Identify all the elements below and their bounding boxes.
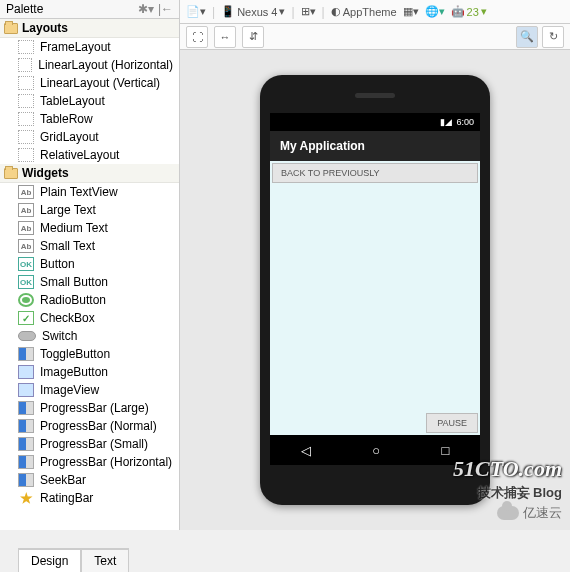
palette-item-label: ImageButton bbox=[40, 365, 108, 379]
check-icon bbox=[18, 311, 34, 325]
palette-items: LayoutsFrameLayoutLinearLayout (Horizont… bbox=[0, 19, 179, 530]
palette-item[interactable]: ToggleButton bbox=[0, 345, 179, 363]
palette-item[interactable]: ImageButton bbox=[0, 363, 179, 381]
tab-design[interactable]: Design bbox=[18, 549, 81, 572]
palette-item-label: ProgressBar (Small) bbox=[40, 437, 148, 451]
folder-icon bbox=[4, 168, 18, 179]
zoom-icon[interactable]: 🔍 bbox=[516, 26, 538, 48]
fullscreen-icon[interactable]: ⛶ bbox=[186, 26, 208, 48]
palette-item-label: ProgressBar (Large) bbox=[40, 401, 149, 415]
palette-item-label: GridLayout bbox=[40, 130, 99, 144]
palette-item[interactable]: OKSmall Button bbox=[0, 273, 179, 291]
palette-item[interactable]: FrameLayout bbox=[0, 38, 179, 56]
radio-icon bbox=[18, 293, 34, 307]
palette-item[interactable]: ★RatingBar bbox=[0, 489, 179, 507]
palette-item-label: SeekBar bbox=[40, 473, 86, 487]
device-screen: ▮◢ 6:00 My Application BACK TO PREVIOUSL… bbox=[270, 113, 480, 465]
palette-item-label: CheckBox bbox=[40, 311, 95, 325]
palette-item-label: Large Text bbox=[40, 203, 96, 217]
ab-icon: Ab bbox=[18, 203, 34, 217]
top-toolbar: 📄▾ | 📱 Nexus 4▾ | ⊞▾ | ◐ AppTheme ▦▾ 🌐▾ … bbox=[180, 0, 570, 24]
plain-icon bbox=[18, 112, 34, 126]
palette-item[interactable]: LinearLayout (Vertical) bbox=[0, 74, 179, 92]
palette-item[interactable]: Switch bbox=[0, 327, 179, 345]
palette-item[interactable]: ProgressBar (Normal) bbox=[0, 417, 179, 435]
plain-icon bbox=[18, 76, 34, 90]
palette-item-label: RadioButton bbox=[40, 293, 106, 307]
img-icon bbox=[18, 383, 34, 397]
palette-category[interactable]: Widgets bbox=[0, 164, 179, 183]
palette-category[interactable]: Layouts bbox=[0, 19, 179, 38]
pause-button[interactable]: PAUSE bbox=[426, 413, 478, 433]
palette-item[interactable]: ImageView bbox=[0, 381, 179, 399]
palette-title: Palette bbox=[6, 2, 43, 16]
nav-home-icon[interactable]: ○ bbox=[372, 443, 380, 458]
nav-bar: ◁ ○ □ bbox=[270, 435, 480, 465]
palette-item[interactable]: TableRow bbox=[0, 110, 179, 128]
palette-item[interactable]: CheckBox bbox=[0, 309, 179, 327]
palette-item[interactable]: ProgressBar (Small) bbox=[0, 435, 179, 453]
palette-item-label: Small Text bbox=[40, 239, 95, 253]
palette-item[interactable]: ProgressBar (Horizontal) bbox=[0, 453, 179, 471]
palette-item-label: RatingBar bbox=[40, 491, 93, 505]
palette-item-label: RelativeLayout bbox=[40, 148, 119, 162]
switch-icon bbox=[18, 331, 36, 341]
nav-back-icon[interactable]: ◁ bbox=[301, 443, 311, 458]
palette-item[interactable]: TableLayout bbox=[0, 92, 179, 110]
theme-dropdown[interactable]: ◐ AppTheme bbox=[331, 5, 397, 18]
api-dropdown[interactable]: 🤖23▾ bbox=[451, 5, 487, 18]
folder-icon bbox=[4, 23, 18, 34]
ok-icon: OK bbox=[18, 257, 34, 271]
ok-icon: OK bbox=[18, 275, 34, 289]
design-canvas[interactable]: ▮◢ 6:00 My Application BACK TO PREVIOUSL… bbox=[180, 50, 570, 530]
globe-icon[interactable]: 🌐▾ bbox=[425, 5, 445, 18]
palette-item[interactable]: AbLarge Text bbox=[0, 201, 179, 219]
palette-item-label: TableLayout bbox=[40, 94, 105, 108]
palette-item[interactable]: ProgressBar (Large) bbox=[0, 399, 179, 417]
bar-icon bbox=[18, 401, 34, 415]
palette-item[interactable]: AbSmall Text bbox=[0, 237, 179, 255]
palette-item[interactable]: SeekBar bbox=[0, 471, 179, 489]
palette-item[interactable]: OKButton bbox=[0, 255, 179, 273]
palette-item[interactable]: LinearLayout (Horizontal) bbox=[0, 56, 179, 74]
app-title: My Application bbox=[280, 139, 365, 153]
device-selector[interactable]: 📄▾ bbox=[186, 5, 206, 18]
palette-item[interactable]: GridLayout bbox=[0, 128, 179, 146]
bar-icon bbox=[18, 437, 34, 451]
palette-item[interactable]: RadioButton bbox=[0, 291, 179, 309]
palette-item-label: FrameLayout bbox=[40, 40, 111, 54]
orientation-button[interactable]: ⊞▾ bbox=[301, 5, 316, 18]
device-frame: ▮◢ 6:00 My Application BACK TO PREVIOUSL… bbox=[260, 75, 490, 505]
nav-recent-icon[interactable]: □ bbox=[441, 443, 449, 458]
locale-dropdown[interactable]: ▦▾ bbox=[403, 5, 419, 18]
actual-size-icon[interactable]: ⇵ bbox=[242, 26, 264, 48]
preview-panel: 📄▾ | 📱 Nexus 4▾ | ⊞▾ | ◐ AppTheme ▦▾ 🌐▾ … bbox=[180, 0, 570, 530]
palette-item-label: Plain TextView bbox=[40, 185, 118, 199]
status-time: 6:00 bbox=[456, 117, 474, 127]
palette-item-label: LinearLayout (Horizontal) bbox=[38, 58, 173, 72]
collapse-icon[interactable]: |← bbox=[158, 2, 173, 16]
palette-item-label: ProgressBar (Normal) bbox=[40, 419, 157, 433]
speaker-icon bbox=[355, 93, 395, 98]
app-content[interactable]: PAUSE bbox=[270, 185, 480, 435]
gear-icon[interactable]: ✱▾ bbox=[138, 2, 154, 16]
refresh-icon[interactable]: ↻ bbox=[542, 26, 564, 48]
tab-text[interactable]: Text bbox=[81, 549, 129, 572]
plain-icon bbox=[18, 130, 34, 144]
palette-item-label: ProgressBar (Horizontal) bbox=[40, 455, 172, 469]
palette-header: Palette ✱▾ |← bbox=[0, 0, 179, 19]
palette-item-label: Medium Text bbox=[40, 221, 108, 235]
palette-item-label: TableRow bbox=[40, 112, 93, 126]
fit-width-icon[interactable]: ↔ bbox=[214, 26, 236, 48]
palette-item[interactable]: AbPlain TextView bbox=[0, 183, 179, 201]
palette-item[interactable]: AbMedium Text bbox=[0, 219, 179, 237]
palette-item[interactable]: RelativeLayout bbox=[0, 146, 179, 164]
back-button[interactable]: BACK TO PREVIOUSLY bbox=[272, 163, 478, 183]
ab-icon: Ab bbox=[18, 185, 34, 199]
bar-icon bbox=[18, 473, 34, 487]
ab-icon: Ab bbox=[18, 239, 34, 253]
palette-item-label: LinearLayout (Vertical) bbox=[40, 76, 160, 90]
bar-icon bbox=[18, 455, 34, 469]
device-dropdown[interactable]: 📱 Nexus 4▾ bbox=[221, 5, 285, 18]
palette-panel: Palette ✱▾ |← LayoutsFrameLayoutLinearLa… bbox=[0, 0, 180, 530]
